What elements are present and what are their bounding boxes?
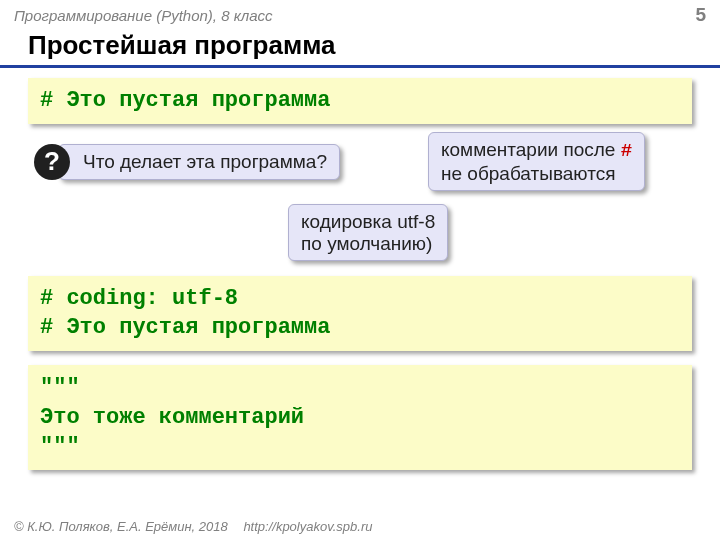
page-number: 5 [695,4,706,26]
code-line: """ [40,373,680,403]
hash-note-prefix: комментарии после [441,139,621,160]
code-box-2: # coding: utf-8 # Это пустая программа [28,276,692,351]
code-line: # Это пустая программа [40,313,680,343]
hash-note-suffix: не обрабатываются [441,163,615,184]
code-box-1: # Это пустая программа [28,78,692,124]
code-line: # Это пустая программа [40,86,680,116]
notes-row: ? Что делает эта программа? комментарии … [28,138,692,268]
content-area: # Это пустая программа ? Что делает эта … [0,68,720,470]
code-line: # coding: utf-8 [40,284,680,314]
footer-url: http://kpolyakov.spb.ru [243,519,372,534]
utf-note-bubble: кодировка utf-8 по умолчанию) [288,204,448,262]
copyright-text: © К.Ю. Поляков, Е.А. Ерёмин, 2018 [14,519,228,534]
utf-note-line2: по умолчанию) [301,233,432,254]
header-bar: Программирование (Python), 8 класс 5 [0,0,720,28]
course-label: Программирование (Python), 8 класс [14,7,273,24]
question-bubble: Что делает эта программа? [58,144,340,180]
code-line: Это тоже комментарий [40,403,680,433]
question-mark-icon: ? [34,144,70,180]
hash-note-bubble: комментарии после # не обрабатываются [428,132,645,192]
footer: © К.Ю. Поляков, Е.А. Ерёмин, 2018 http:/… [14,519,372,534]
hash-symbol: # [621,140,632,162]
code-line: """ [40,432,680,462]
code-box-3: """ Это тоже комментарий """ [28,365,692,470]
utf-note-line1: кодировка utf-8 [301,211,435,232]
question-text: Что делает эта программа? [83,151,327,172]
slide-title: Простейшая программа [0,28,720,68]
